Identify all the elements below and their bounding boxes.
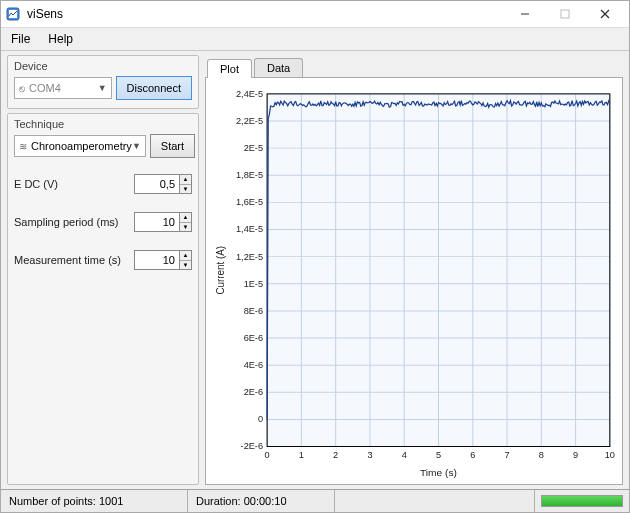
svg-text:Time (s): Time (s) (420, 467, 457, 478)
status-duration-label: Duration: (196, 495, 241, 507)
chevron-down-icon: ▼ (132, 141, 141, 151)
menubar: File Help (1, 28, 629, 51)
minimize-button[interactable] (505, 2, 545, 26)
svg-text:5: 5 (436, 450, 441, 460)
window-controls (505, 2, 625, 26)
svg-text:3: 3 (367, 450, 372, 460)
sampling-spinner[interactable]: ▲▼ (180, 212, 192, 232)
sampling-input[interactable]: 10 (134, 212, 180, 232)
menu-file[interactable]: File (5, 30, 36, 48)
svg-text:7: 7 (504, 450, 509, 460)
titlebar: viSens (1, 1, 629, 28)
param-sampling: Sampling period (ms) 10 ▲▼ (14, 212, 192, 232)
svg-rect-3 (561, 10, 569, 18)
maximize-button[interactable] (545, 2, 585, 26)
svg-text:2,2E-5: 2,2E-5 (236, 116, 263, 126)
app-icon (5, 6, 21, 22)
svg-text:6E-6: 6E-6 (244, 333, 263, 343)
svg-text:0: 0 (265, 450, 270, 460)
statusbar: Number of points: 1001 Duration: 00:00:1… (1, 489, 629, 512)
svg-text:1,8E-5: 1,8E-5 (236, 170, 263, 180)
close-button[interactable] (585, 2, 625, 26)
edc-spinner[interactable]: ▲▼ (180, 174, 192, 194)
svg-text:4: 4 (402, 450, 407, 460)
technique-icon: ≋ (19, 141, 27, 152)
progress-fill (542, 496, 622, 506)
status-duration-value: 00:00:10 (244, 495, 287, 507)
left-panel: Device ⎋ COM4 ▼ Disconnect Technique ≋ C… (7, 55, 199, 485)
svg-text:Current (A): Current (A) (215, 246, 226, 295)
window-title: viSens (27, 7, 505, 21)
svg-text:1,6E-5: 1,6E-5 (236, 197, 263, 207)
svg-text:9: 9 (573, 450, 578, 460)
disconnect-button[interactable]: Disconnect (116, 76, 192, 100)
svg-text:8E-6: 8E-6 (244, 306, 263, 316)
svg-text:2E-6: 2E-6 (244, 387, 263, 397)
svg-text:4E-6: 4E-6 (244, 360, 263, 370)
port-icon: ⎋ (19, 83, 25, 94)
svg-text:2E-5: 2E-5 (244, 143, 263, 153)
svg-text:10: 10 (605, 450, 615, 460)
svg-text:2,4E-5: 2,4E-5 (236, 89, 263, 99)
svg-text:1: 1 (299, 450, 304, 460)
param-edc: E DC (V) 0,5 ▲▼ (14, 174, 192, 194)
svg-text:1,4E-5: 1,4E-5 (236, 225, 263, 235)
technique-combo[interactable]: ≋ Chronoamperometry ▼ (14, 135, 146, 157)
param-sampling-label: Sampling period (ms) (14, 216, 119, 228)
meastime-spinner[interactable]: ▲▼ (180, 250, 192, 270)
svg-text:8: 8 (539, 450, 544, 460)
chevron-down-icon: ▼ (98, 83, 107, 93)
tab-data[interactable]: Data (254, 58, 303, 77)
status-duration: Duration: 00:00:10 (188, 490, 335, 512)
device-port-combo[interactable]: ⎋ COM4 ▼ (14, 77, 112, 99)
menu-help[interactable]: Help (42, 30, 79, 48)
svg-text:2: 2 (333, 450, 338, 460)
param-edc-label: E DC (V) (14, 178, 58, 190)
device-group-label: Device (14, 60, 192, 72)
tabs: Plot Data (205, 55, 623, 77)
right-panel: Plot Data 012345678910-2E-602E-64E-66E-6… (205, 55, 623, 485)
status-spacer (335, 490, 535, 512)
progress-bar (541, 495, 623, 507)
tab-plot[interactable]: Plot (207, 59, 252, 78)
status-points-label: Number of points: (9, 495, 96, 507)
technique-group: Technique ≋ Chronoamperometry ▼ Start E … (7, 113, 199, 485)
svg-text:1,2E-5: 1,2E-5 (236, 252, 263, 262)
param-meastime-label: Measurement time (s) (14, 254, 121, 266)
svg-text:-2E-6: -2E-6 (241, 442, 263, 452)
param-meastime: Measurement time (s) 10 ▲▼ (14, 250, 192, 270)
technique-group-label: Technique (14, 118, 192, 130)
edc-input[interactable]: 0,5 (134, 174, 180, 194)
main-window: viSens File Help Device ⎋ (0, 0, 630, 513)
meastime-input[interactable]: 10 (134, 250, 180, 270)
status-points-value: 1001 (99, 495, 123, 507)
plot-chart: 012345678910-2E-602E-64E-66E-68E-61E-51,… (210, 86, 618, 480)
svg-text:0: 0 (258, 414, 263, 424)
status-points: Number of points: 1001 (1, 490, 188, 512)
technique-parameters: E DC (V) 0,5 ▲▼ Sampling period (ms) 10 … (14, 158, 192, 476)
start-button[interactable]: Start (150, 134, 195, 158)
body: Device ⎋ COM4 ▼ Disconnect Technique ≋ C… (1, 51, 629, 489)
device-group: Device ⎋ COM4 ▼ Disconnect (7, 55, 199, 109)
device-port-value: COM4 (29, 82, 61, 94)
plot-container: 012345678910-2E-602E-64E-66E-68E-61E-51,… (205, 77, 623, 485)
technique-value: Chronoamperometry (31, 140, 132, 152)
svg-text:1E-5: 1E-5 (244, 279, 263, 289)
svg-text:6: 6 (470, 450, 475, 460)
